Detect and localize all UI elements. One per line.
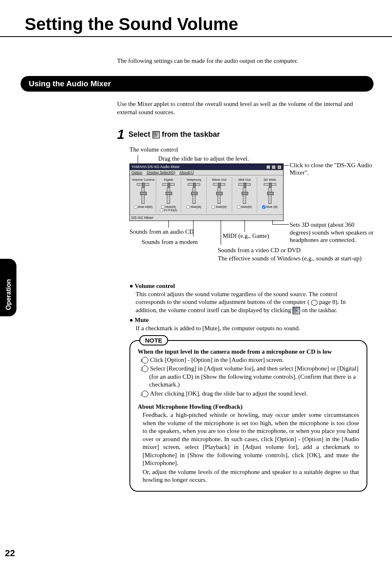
mixer-titlebar: YAMAHA DS-XG Audio Mixer _ □ x [130,164,283,170]
maximize-button[interactable]: □ [272,165,276,169]
circled-3-icon: 3 [142,391,148,397]
volume-fader[interactable] [268,187,272,204]
channel-telephony: Telephony Mute(M) [181,177,207,213]
menu-display[interactable]: Display Select(D) [147,170,175,175]
side-tab: Operation [0,259,16,316]
mute-label: Mute (M) [266,205,278,208]
speaker-icon: 🔊 [293,307,300,314]
volume-fader[interactable] [217,187,221,204]
volume-head: Volume control [135,283,175,289]
bullet-mute: ● Mute If a checkmark is added to [Mute]… [129,317,367,333]
menu-option[interactable]: Option [131,170,143,175]
channel-name: 3D Wide [258,178,282,182]
pan-slider[interactable] [137,183,149,186]
intro-text: The following settings can be made for t… [117,58,367,64]
note-item-3: 3After clicking [OK], drag the slide bar… [145,390,359,398]
mute-row: Mute(M) [182,205,206,209]
note-item-3-text: After clicking [OK], drag the slide bar … [150,390,308,397]
bullet-list: ● Volume control This control adjusts th… [129,283,367,333]
leader-line [221,220,221,245]
note-tab: NOTE [139,335,168,345]
channel-midiout: Midi Out Mute(M) [232,177,258,213]
channel-name: Wave Out [207,178,231,182]
mute-checkbox[interactable] [161,205,164,209]
mute-label: Mute All(M) [138,205,152,208]
vol-body-1: This control adjusts the sound volume re… [136,291,337,306]
page-number: 22 [5,548,15,559]
video-callout: Sounds from a video CD or DVD [218,247,301,254]
menu-about[interactable]: About(A) [180,170,194,175]
mute-checkbox[interactable] [212,205,215,209]
mute-row: Mute(M) [207,205,231,209]
about-body-2: Or, adjust the volume levels of the micr… [143,468,359,484]
volume-body: This control adjusts the sound volume re… [136,290,367,315]
mute-row: Mute(M) [157,205,181,209]
mute-head: Mute [135,317,149,323]
mixer-title: YAMAHA DS-XG Audio Mixer [131,165,180,169]
volume-fader[interactable] [141,187,145,204]
volume-fader[interactable] [192,187,196,204]
mute-label: Mute(M) [241,205,252,208]
close-button[interactable]: x [277,165,281,169]
step-number: 1 [117,127,125,142]
note-box: NOTE When the input level in the camera … [129,340,367,492]
mixer-channels: Volume Control Mute All(M) Digital Mute(… [130,175,283,214]
mute-label: Mute(M) [191,205,201,208]
leader-line [272,220,273,224]
mute-row: Mute (M) [258,205,282,209]
mute-checkbox[interactable] [237,205,240,209]
channel-3dwide: 3D Wide Mute (M) [257,177,282,213]
channel-name: Digital [157,178,181,182]
close-callout: Click to close the "DS-XG Audio Mixer". [290,161,376,177]
leader-line [284,165,289,166]
pan-slider[interactable] [264,183,276,186]
channel-name: Telephony [182,178,206,182]
section-header: Using the Audio Mixer [21,76,374,92]
about-body-1: Feedback, a high-pitched whistle or howl… [143,411,359,467]
mute-checkbox[interactable] [134,205,137,209]
pan-slider[interactable] [162,183,175,186]
pan-slider[interactable] [213,183,225,186]
side-tab-label: Operation [5,279,12,310]
zvport-label: ZV Port(Z) [164,209,178,212]
page-title: Setting the Sound Volume [25,14,367,34]
zvport-checkbox[interactable] [160,209,163,212]
mixer-window: YAMAHA DS-XG Audio Mixer _ □ x Option Di… [129,163,284,221]
volume-fader[interactable] [167,187,170,204]
step-suffix: from the taskbar [162,130,220,138]
bullet-volume: ● Volume control This control adjusts th… [129,283,367,315]
channel-waveout: Wave Out Mute(M) [207,177,232,213]
note-item-2-text: Select [Recording] in [Adjust volume for… [149,365,358,388]
mute-row: Mute All(M) [131,205,155,209]
midi-callout: MIDI (e.g., Game) [223,232,269,239]
circled-1-icon: 1 [142,357,148,364]
about-head: About Microphone Howling (Feedback) [138,403,359,410]
leader-line [272,224,289,225]
volume-fader[interactable] [243,187,246,204]
note-item-1: 1Click [Option] - [Option] in the [Audio… [145,356,359,364]
mixer-menu: Option Display Select(D) About(A) [130,170,283,175]
channel-volume: Volume Control Mute All(M) [131,177,156,213]
step-prefix: Select [129,130,152,138]
section-intro: Use the Mixer applet to control the over… [117,100,367,117]
mute-checkbox[interactable] [262,205,265,209]
leader-line [138,155,138,163]
page-ref-icon: ☞ [311,300,318,306]
leader-line [168,220,169,228]
title-rule [0,36,392,37]
volume-control-label: The volume control [129,146,367,153]
mute-label: Mute(M) [165,205,176,208]
mute-row: Mute(M) [233,205,257,209]
circled-2-icon: 2 [142,366,148,372]
mixer-status: DS-XG Mixer [130,214,283,221]
speaker-icon: 🔊 [152,131,160,138]
threed-callout: Sets 3D output (about 360 degrees) sound… [290,221,376,244]
pan-slider[interactable] [188,183,200,186]
step-text: Select 🔊 from the taskbar [129,130,220,139]
leader-line [244,220,245,232]
minimize-button[interactable]: _ [266,165,270,169]
mute-body: If a checkmark is added to [Mute], the c… [136,324,367,333]
mute-checkbox[interactable] [187,205,190,209]
note-head: When the input level in the camera mode … [138,348,359,355]
pan-slider[interactable] [238,183,251,186]
